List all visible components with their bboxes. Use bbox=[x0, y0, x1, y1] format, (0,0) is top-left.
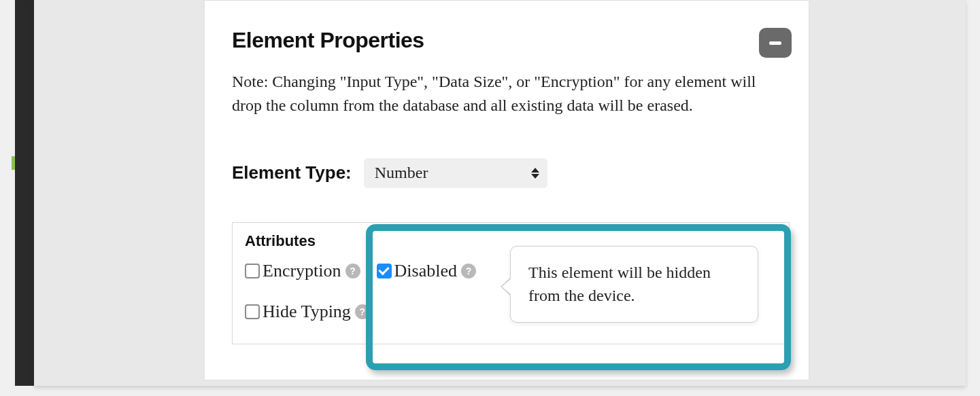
encryption-label: Encryption bbox=[263, 261, 341, 281]
tooltip-text: This element will be hidden from the dev… bbox=[528, 264, 711, 304]
panel-note: Note: Changing "Input Type", "Data Size"… bbox=[232, 70, 776, 118]
sidebar-edge bbox=[15, 0, 34, 386]
tooltip-pointer-icon bbox=[501, 277, 511, 296]
minus-icon bbox=[769, 41, 781, 45]
help-icon[interactable]: ? bbox=[355, 304, 370, 319]
element-type-value: Number bbox=[375, 164, 428, 182]
encryption-checkbox[interactable] bbox=[245, 264, 260, 278]
hide-typing-checkbox[interactable] bbox=[245, 304, 260, 319]
help-icon[interactable]: ? bbox=[345, 264, 360, 278]
element-properties-panel: Element Properties Note: Changing "Input… bbox=[204, 0, 809, 380]
element-type-label: Element Type: bbox=[232, 162, 352, 183]
attribute-hide-typing: Hide Typing ? bbox=[245, 302, 370, 322]
select-arrows-icon bbox=[531, 168, 539, 179]
attribute-encryption: Encryption ? bbox=[245, 261, 360, 281]
help-icon[interactable]: ? bbox=[461, 264, 476, 278]
hide-typing-label: Hide Typing bbox=[263, 302, 351, 322]
collapse-button[interactable] bbox=[759, 28, 792, 58]
disabled-label: Disabled bbox=[394, 261, 457, 281]
element-type-row: Element Type: Number bbox=[232, 158, 792, 188]
disabled-checkbox[interactable] bbox=[377, 264, 392, 278]
attribute-disabled: Disabled ? bbox=[377, 261, 476, 281]
disabled-tooltip: This element will be hidden from the dev… bbox=[510, 246, 758, 323]
panel-title: Element Properties bbox=[232, 28, 424, 53]
element-type-select[interactable]: Number bbox=[364, 158, 547, 188]
